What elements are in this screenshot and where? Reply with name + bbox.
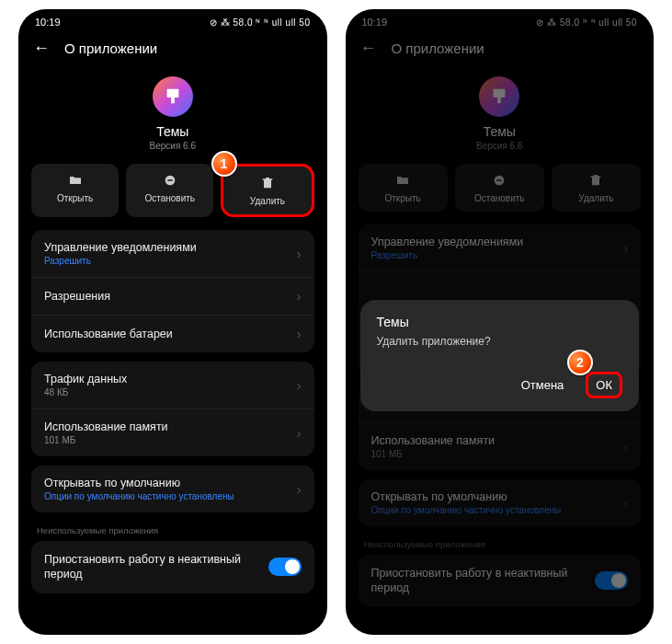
delete-label: Удалить bbox=[578, 193, 613, 203]
group-defaults: Открывать по умолчанию Опции по умолчани… bbox=[31, 466, 314, 512]
stop-button[interactable]: Остановить bbox=[126, 164, 213, 217]
memory-sub: 101 МБ bbox=[371, 449, 624, 459]
svg-rect-7 bbox=[497, 179, 502, 180]
step-badge-1: 1 bbox=[211, 151, 237, 177]
app-version: Версия 6.6 bbox=[18, 141, 327, 151]
suspend-title: Приостановить работу в неактивный период bbox=[44, 552, 246, 582]
trash-icon bbox=[588, 173, 603, 188]
row-notifications[interactable]: Управление уведомлениями Разрешить › bbox=[31, 230, 314, 278]
app-icon bbox=[479, 76, 519, 117]
row-memory[interactable]: Использование памяти 101 МБ › bbox=[31, 409, 314, 456]
back-icon[interactable]: ← bbox=[33, 39, 50, 58]
row-defaults[interactable]: Открывать по умолчанию Опции по умолчани… bbox=[31, 466, 314, 512]
defaults-title: Открывать по умолчанию bbox=[371, 490, 624, 503]
delete-label: Удалить bbox=[250, 196, 285, 206]
chevron-right-icon: › bbox=[297, 327, 302, 341]
content: Управление уведомлениями Разрешить › 48 … bbox=[346, 224, 655, 607]
traffic-title: Трафик данных bbox=[44, 373, 297, 385]
trash-icon bbox=[260, 176, 275, 190]
row-traffic[interactable]: Трафик данных 48 КБ › bbox=[31, 362, 314, 409]
row-suspend[interactable]: Приостановить работу в неактивный период bbox=[359, 555, 642, 607]
content: Управление уведомлениями Разрешить › Раз… bbox=[18, 230, 327, 593]
folder-icon bbox=[395, 173, 410, 188]
svg-rect-1 bbox=[171, 98, 175, 103]
defaults-sub: Опции по умолчанию частично установлены bbox=[44, 491, 297, 501]
open-button[interactable]: Открыть bbox=[31, 164, 119, 217]
battery-title: Использование батареи bbox=[44, 328, 297, 340]
row-memory[interactable]: Использование памяти 101 МБ › bbox=[359, 423, 642, 470]
svg-rect-4 bbox=[494, 89, 506, 98]
row-battery[interactable]: Использование батареи › bbox=[31, 316, 314, 352]
chevron-right-icon: › bbox=[297, 426, 302, 441]
chevron-right-icon: › bbox=[297, 247, 302, 261]
phone-right: 10:19 ⊘ ⁂ 58.0 ᴺ ᴺ ull ull 50 ← О прилож… bbox=[346, 9, 655, 635]
notifications-sub: Разрешить bbox=[44, 256, 297, 266]
header: ← О приложении bbox=[346, 31, 655, 69]
statusbar-time: 10:19 bbox=[362, 17, 388, 28]
back-icon[interactable]: ← bbox=[360, 39, 377, 58]
open-label: Открыть bbox=[384, 193, 420, 203]
chevron-right-icon: › bbox=[623, 241, 628, 256]
row-defaults[interactable]: Открывать по умолчанию Опции по умолчани… bbox=[359, 479, 642, 526]
ok-button[interactable]: ОК bbox=[586, 372, 622, 398]
statusbar-icons: ⊘ ⁂ 58.0 ᴺ ᴺ ull ull 50 bbox=[210, 17, 311, 28]
chevron-right-icon: › bbox=[623, 440, 628, 454]
chevron-right-icon: › bbox=[297, 482, 302, 497]
step-badge-2: 2 bbox=[567, 350, 593, 375]
stop-icon bbox=[492, 173, 507, 188]
suspend-toggle[interactable] bbox=[595, 571, 628, 590]
open-button[interactable]: Открыть bbox=[359, 164, 448, 212]
row-suspend[interactable]: Приостановить работу в неактивный период bbox=[31, 541, 314, 593]
page-title: О приложении bbox=[64, 40, 157, 56]
app-name: Темы bbox=[18, 124, 327, 139]
group-app-settings: Управление уведомлениями Разрешить › Раз… bbox=[31, 230, 314, 352]
action-row: Открыть Остановить Удалить bbox=[346, 164, 655, 224]
svg-rect-5 bbox=[497, 98, 501, 103]
svg-rect-3 bbox=[167, 179, 172, 180]
chevron-right-icon: › bbox=[297, 289, 302, 304]
app-icon bbox=[153, 76, 193, 117]
group-defaults: Открывать по умолчанию Опции по умолчани… bbox=[359, 479, 642, 526]
app-version: Версия 6.6 bbox=[346, 141, 655, 151]
svg-rect-0 bbox=[166, 89, 178, 98]
memory-title: Использование памяти bbox=[371, 434, 624, 447]
memory-title: Использование памяти bbox=[44, 420, 297, 433]
app-name: Темы bbox=[346, 124, 655, 139]
dialog-message: Удалить приложение? bbox=[377, 335, 623, 348]
stop-icon bbox=[163, 173, 177, 188]
confirm-dialog: Темы Удалить приложение? Отмена ОК 2 bbox=[360, 300, 640, 411]
app-hero: Темы Версия 6.6 bbox=[18, 69, 327, 164]
memory-sub: 101 МБ bbox=[44, 435, 297, 445]
suspend-title: Приостановить работу в неактивный период bbox=[371, 566, 574, 596]
suspend-toggle[interactable] bbox=[268, 558, 302, 576]
page-title: О приложении bbox=[392, 40, 484, 56]
group-usage: Трафик данных 48 КБ › Использование памя… bbox=[31, 362, 314, 456]
statusbar: 10:19 ⊘ ⁂ 58.0 ᴺ ᴺ ull ull 50 bbox=[18, 9, 327, 31]
open-label: Открыть bbox=[57, 193, 93, 203]
defaults-title: Открывать по умолчанию bbox=[44, 477, 297, 489]
permissions-title: Разрешения bbox=[44, 290, 297, 303]
stop-label: Остановить bbox=[144, 193, 195, 203]
row-permissions[interactable]: Разрешения › bbox=[31, 278, 314, 316]
stop-button[interactable]: Остановить bbox=[455, 164, 544, 212]
cancel-button[interactable]: Отмена bbox=[516, 374, 570, 396]
phone-left: 10:19 ⊘ ⁂ 58.0 ᴺ ᴺ ull ull 50 ← О прилож… bbox=[18, 9, 327, 635]
app-hero: Темы Версия 6.6 bbox=[346, 69, 655, 164]
delete-button[interactable]: Удалить bbox=[221, 164, 313, 217]
chevron-right-icon: › bbox=[297, 378, 302, 393]
action-row: Открыть Остановить Удалить 1 bbox=[18, 164, 327, 230]
delete-button[interactable]: Удалить bbox=[552, 164, 641, 212]
notifications-sub: Разрешить bbox=[371, 250, 624, 260]
stop-label: Остановить bbox=[474, 193, 525, 203]
notifications-title: Управление уведомлениями bbox=[371, 236, 624, 248]
row-notifications[interactable]: Управление уведомлениями Разрешить › bbox=[359, 224, 642, 272]
statusbar-time: 10:19 bbox=[35, 17, 61, 28]
statusbar-icons: ⊘ ⁂ 58.0 ᴺ ᴺ ull ull 50 bbox=[536, 17, 637, 28]
header: ← О приложении bbox=[18, 31, 327, 69]
section-unused: Неиспользуемые приложения bbox=[359, 535, 642, 555]
defaults-sub: Опции по умолчанию частично установлены bbox=[371, 505, 624, 515]
dialog-title: Темы bbox=[377, 315, 623, 329]
statusbar: 10:19 ⊘ ⁂ 58.0 ᴺ ᴺ ull ull 50 bbox=[346, 9, 655, 31]
section-unused: Неиспользуемые приложения bbox=[31, 522, 314, 541]
folder-icon bbox=[68, 173, 83, 188]
